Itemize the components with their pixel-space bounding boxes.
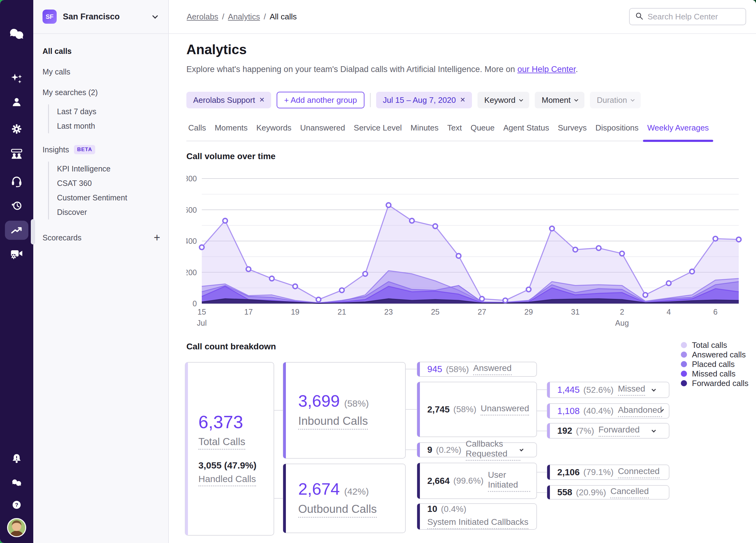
add-scorecard-button[interactable]: + <box>154 231 160 244</box>
dialpad-glyph-icon[interactable] <box>5 473 28 492</box>
sidebar-item-customer-sentiment[interactable]: Customer Sentiment <box>57 191 160 205</box>
help-search-box[interactable] <box>629 8 746 25</box>
connected-label: Connected <box>618 466 660 478</box>
inbound-pct: (58%) <box>344 398 369 408</box>
chevron-down-icon[interactable] <box>652 387 656 391</box>
missed-pct: (52.6%) <box>583 385 614 395</box>
outbound-value: 2,674 <box>298 480 340 498</box>
sidebar: SF San Francisco All callsMy callsMy sea… <box>33 0 169 543</box>
sidebar-item-my-calls[interactable]: My calls <box>43 67 160 76</box>
tab-service-level[interactable]: Service Level <box>352 123 404 133</box>
tab-queue[interactable]: Queue <box>469 123 496 133</box>
tab-weekly-averages[interactable]: Weekly Averages <box>645 123 711 133</box>
y-tick-label: 600 <box>186 206 197 214</box>
abandoned-pct: (40.4%) <box>583 406 614 416</box>
tab-text[interactable]: Text <box>445 123 464 133</box>
data-point-marker <box>339 288 344 292</box>
app-window: ? SF San Francisco All callsMy callsMy s… <box>0 0 756 543</box>
close-icon[interactable]: × <box>259 95 264 104</box>
sidebar-item-my-searches-2[interactable]: My searches (2) <box>43 88 160 97</box>
filter-chip-duration[interactable]: Duration <box>590 92 641 108</box>
avatar[interactable] <box>5 518 28 537</box>
x-tick-label: 19 <box>291 307 299 316</box>
chevron-down-icon[interactable] <box>652 428 656 432</box>
tab-unanswered[interactable]: Unanswered <box>298 123 347 133</box>
system-callbacks-label: System Initiated Callbacks <box>427 517 528 529</box>
sidebar-item-label: Insights <box>43 145 69 154</box>
gear-icon[interactable] <box>5 120 28 139</box>
inbound-label: Inbound Calls <box>298 415 368 430</box>
x-tick-label: 31 <box>571 307 580 316</box>
bell-icon[interactable] <box>5 449 28 468</box>
tab-keywords[interactable]: Keywords <box>254 123 293 133</box>
help-icon[interactable]: ? <box>5 495 28 514</box>
callbacks-value: 9 <box>427 445 432 455</box>
coaching-icon[interactable] <box>5 144 28 164</box>
data-point-marker <box>246 267 251 272</box>
connector <box>274 410 283 411</box>
tab-dispositions[interactable]: Dispositions <box>594 123 640 133</box>
connector <box>405 369 417 369</box>
person-icon[interactable] <box>5 93 28 112</box>
connector <box>536 431 547 431</box>
y-tick-label: 800 <box>186 174 197 183</box>
connector <box>536 472 547 472</box>
legend-label: Forwarded calls <box>692 379 749 388</box>
x-tick-label: 2 <box>620 307 624 316</box>
breakdown-section-title: Call count breakdown <box>186 342 276 351</box>
tab-agent-status[interactable]: Agent Status <box>502 123 551 133</box>
sidebar-scrollbar-thumb[interactable] <box>31 219 35 245</box>
video-gear-icon[interactable] <box>5 245 28 264</box>
close-icon[interactable]: × <box>460 95 465 104</box>
chip-label: Jul 15 – Aug 7, 2020 <box>383 95 456 105</box>
inbound-calls-box: 3,699(58%) Inbound Calls <box>283 362 406 459</box>
tab-calls[interactable]: Calls <box>186 123 208 133</box>
office-switcher[interactable]: SF San Francisco <box>33 0 168 34</box>
filter-chip-add-another-group[interactable]: + Add another group <box>277 92 364 108</box>
legend-item-forwarded-calls: Forwarded calls <box>681 379 749 388</box>
filter-chips: Aerolabs Support×+ Add another groupJul … <box>186 92 641 108</box>
tab-minutes[interactable]: Minutes <box>408 123 440 133</box>
search-input[interactable] <box>648 12 751 22</box>
missed-label: Missed <box>618 384 645 396</box>
trending-icon[interactable] <box>5 221 28 240</box>
connected-value: 2,106 <box>557 467 580 477</box>
sidebar-item-last-7-days[interactable]: Last 7 days <box>57 104 160 119</box>
help-center-link[interactable]: our Help Center <box>517 65 575 74</box>
inbound-value: 3,699 <box>298 391 340 410</box>
subtitle-period: . <box>575 65 578 74</box>
handled-calls-value: 3,055 (47.9%) <box>198 460 256 471</box>
sidebar-item-csat-360[interactable]: CSAT 360 <box>57 176 160 191</box>
sidebar-item-scorecards[interactable]: Scorecards+ <box>43 231 160 244</box>
breadcrumb: Aerolabs/Analytics/All calls <box>187 12 297 22</box>
cancelled-label: Cancelled <box>610 486 649 498</box>
legend-item-missed-calls: Missed calls <box>681 369 749 378</box>
sidebar-item-label: My searches (2) <box>43 88 98 97</box>
call-count-flow: 6,373 Total Calls 3,055 (47.9%) Handled … <box>169 359 755 543</box>
main-panel: Aerolabs/Analytics/All calls Analytics E… <box>169 0 756 543</box>
data-point-marker <box>737 237 741 242</box>
sidebar-item-discover[interactable]: Discover <box>57 205 160 220</box>
y-tick-label: 400 <box>186 237 197 245</box>
data-point-marker <box>620 251 624 256</box>
breadcrumb-separator: / <box>264 12 266 21</box>
filter-chip-moment[interactable]: Moment <box>535 92 584 108</box>
headset-icon[interactable] <box>5 172 28 191</box>
tab-moments[interactable]: Moments <box>213 123 250 133</box>
tab-surveys[interactable]: Surveys <box>556 123 589 133</box>
sidebar-item-insights[interactable]: InsightsBETA <box>43 145 160 154</box>
filter-chip-jul-15-aug-7-2020[interactable]: Jul 15 – Aug 7, 2020× <box>376 92 472 108</box>
chevron-down-icon[interactable] <box>152 13 158 18</box>
user-initiated-value: 2,664 <box>427 476 450 486</box>
breadcrumb-analytics[interactable]: Analytics <box>228 12 260 21</box>
sparkles-icon[interactable] <box>5 69 28 88</box>
sidebar-item-last-month[interactable]: Last month <box>57 119 160 133</box>
sidebar-subgroup: Last 7 daysLast month <box>48 104 160 133</box>
sidebar-item-all-calls[interactable]: All calls <box>43 47 160 56</box>
data-point-marker <box>550 226 554 231</box>
filter-chip-aerolabs-support[interactable]: Aerolabs Support× <box>186 92 271 108</box>
breadcrumb-aerolabs[interactable]: Aerolabs <box>187 12 218 21</box>
sidebar-item-kpi-intelligence[interactable]: KPI Intelligence <box>57 162 160 176</box>
history-icon[interactable] <box>5 196 28 215</box>
filter-chip-keyword[interactable]: Keyword <box>478 92 529 108</box>
